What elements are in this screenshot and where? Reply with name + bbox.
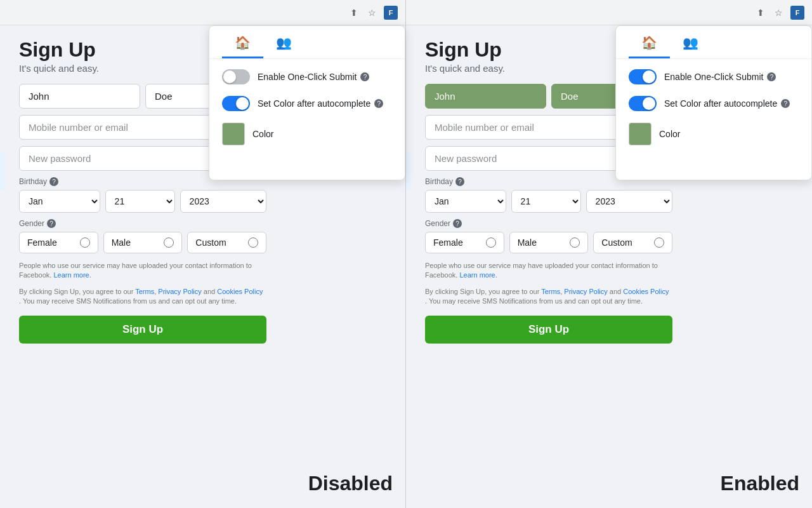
year-select-left[interactable]: 2023 [180,190,266,213]
privacy-policy-link-left[interactable]: Privacy Policy [158,288,201,295]
first-name-input-right[interactable] [425,84,546,109]
color-row-left: Color [222,123,392,145]
first-name-input-left[interactable] [19,84,140,109]
gender-help-icon-right[interactable]: ? [453,219,462,228]
privacy-policy-link-right[interactable]: Privacy Policy [564,288,607,295]
terms-text-left: By clicking Sign Up, you agree to our Te… [19,287,266,307]
gender-row-left: Female Male Custom [19,232,266,253]
birthday-row-right: JanFeb 21 2023 [425,190,672,213]
gender-label-right: Gender ? [425,219,672,228]
gender-row-right: Female Male Custom [425,232,672,253]
birthday-help-icon-left[interactable]: ? [49,177,58,186]
set-color-toggle-left[interactable] [222,96,250,111]
color-label-right: Color [659,129,680,139]
birthday-row-left: JanFebMarApr MayJunJulAug SepOctNovDec 2… [19,190,266,213]
terms-link-right[interactable]: Terms [541,288,560,295]
set-color-label-right: Set Color after autocomplete ? [664,98,790,109]
gender-custom-left[interactable]: Custom [187,232,266,253]
gender-custom-right[interactable]: Custom [593,232,672,253]
year-select-right[interactable]: 2023 [586,190,672,213]
popup-tabs-left: 🏠 👥 [209,26,405,59]
signup-button-right[interactable]: Sign Up [425,316,672,344]
one-click-help-icon-left[interactable]: ? [360,72,369,81]
day-select-left[interactable]: 21 [105,190,175,213]
popup-tabs-right: 🏠 👥 [616,26,811,59]
left-panel: ⬆ ☆ F 🏠 👥 Enable One-Click Submit ? [0,0,406,508]
terms-link-left[interactable]: Terms [135,288,154,295]
extension-popup-right: 🏠 👥 Enable One-Click Submit ? Se [615,25,812,180]
month-select-right[interactable]: JanFeb [425,190,506,213]
gender-female-right[interactable]: Female [425,232,504,253]
one-click-submit-toggle-right[interactable] [629,69,657,84]
cookies-link-right[interactable]: Cookies Policy [623,288,669,295]
set-color-label-left: Set Color after autocomplete ? [258,98,383,109]
gender-label-left: Gender ? [19,219,266,228]
share-icon-right: ⬆ [755,7,766,18]
browser-bar-left: ⬆ ☆ F [0,0,405,25]
popup-content-left: Enable One-Click Submit ? Set Color afte… [209,59,405,167]
color-swatch-left[interactable] [222,123,245,145]
extension-icon-left[interactable]: F [384,6,398,20]
state-label-right: Enabled [721,472,799,495]
star-icon: ☆ [366,7,377,18]
popup-tab-home-left[interactable]: 🏠 [222,26,263,58]
star-icon-right: ☆ [773,7,784,18]
one-click-submit-label-left: Enable One-Click Submit ? [258,72,369,82]
gender-female-left[interactable]: Female [19,232,98,253]
gender-male-right[interactable]: Male [509,232,589,253]
extension-popup-left: 🏠 👥 Enable One-Click Submit ? Se [209,25,405,180]
gender-help-icon-left[interactable]: ? [47,219,56,228]
one-click-submit-label-right: Enable One-Click Submit ? [664,72,776,82]
set-color-help-icon-left[interactable]: ? [374,99,383,108]
popup-content-right: Enable One-Click Submit ? Set Color afte… [616,59,811,167]
color-row-right: Color [629,123,799,145]
share-icon: ⬆ [348,7,360,18]
set-color-toggle-right[interactable] [629,96,657,111]
day-select-right[interactable]: 21 [511,190,581,213]
one-click-help-icon-right[interactable]: ? [767,72,776,81]
month-select-left[interactable]: JanFebMarApr MayJunJulAug SepOctNovDec [19,190,100,213]
left-edge-indicator-right [406,152,411,190]
signup-button-left[interactable]: Sign Up [19,316,266,344]
state-label-left: Disabled [308,472,393,495]
left-edge-indicator [0,152,5,190]
one-click-submit-toggle-left[interactable] [222,69,250,84]
right-panel: ⬆ ☆ F 🏠 👥 Enable One-Click Submit ? [406,0,812,508]
color-swatch-right[interactable] [629,123,652,145]
birthday-help-icon-right[interactable]: ? [455,177,464,186]
extension-icon-right[interactable]: F [790,6,804,20]
one-click-submit-row-left: Enable One-Click Submit ? [222,69,392,84]
set-color-row-right: Set Color after autocomplete ? [629,96,799,111]
set-color-row-left: Set Color after autocomplete ? [222,96,392,111]
one-click-submit-row-right: Enable One-Click Submit ? [629,69,799,84]
popup-tab-people-left[interactable]: 👥 [263,26,304,58]
learn-more-link-right[interactable]: Learn more. [459,271,497,279]
set-color-help-icon-right[interactable]: ? [781,99,790,108]
cookies-link-left[interactable]: Cookies Policy [217,288,263,295]
privacy-text-right: People who use our service may have uplo… [425,261,672,281]
popup-tab-home-right[interactable]: 🏠 [629,26,670,58]
color-label-left: Color [252,129,273,139]
popup-tab-people-right[interactable]: 👥 [670,26,711,58]
terms-text-right: By clicking Sign Up, you agree to our Te… [425,287,672,307]
learn-more-link-left[interactable]: Learn more. [53,271,91,279]
gender-male-left[interactable]: Male [103,232,183,253]
browser-bar-right: ⬆ ☆ F [406,0,812,25]
privacy-text-left: People who use our service may have uplo… [19,261,266,281]
